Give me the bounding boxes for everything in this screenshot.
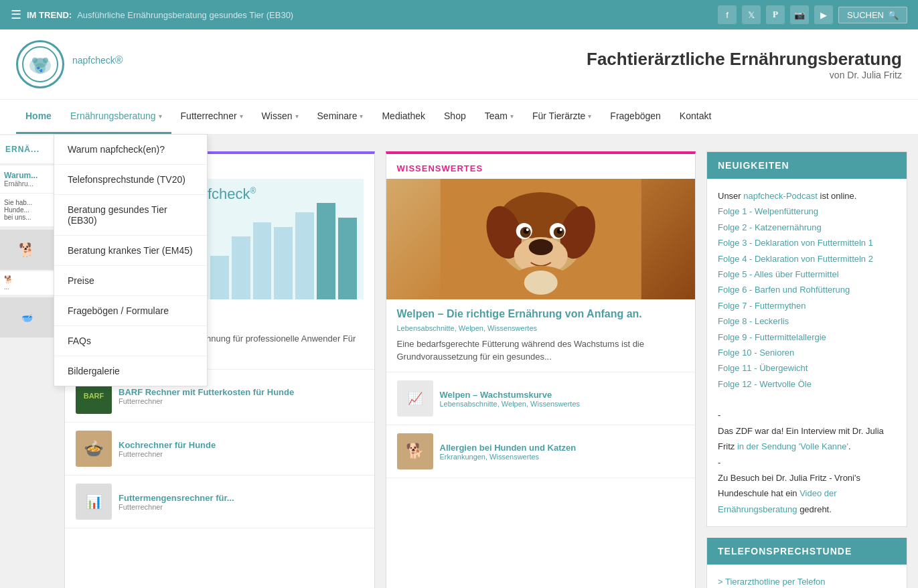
kochrechner-content: Kochrechner für Hunde Futterrechner xyxy=(119,439,216,458)
chart-bar-8 xyxy=(253,222,272,299)
header-right: Fachtierärztliche Ernährungsberatung von… xyxy=(587,49,902,80)
telefonsprechstunde-content: > Tierarzthotline per Telefon > Tierarzt… xyxy=(707,565,907,588)
logo-wordmark: napfcheck® xyxy=(72,52,123,76)
chart-bar-6 xyxy=(210,256,229,299)
left-card-subtext: Ernähru... xyxy=(4,180,50,188)
tierarzthotline-telefon-link[interactable]: > Tierarzthotline per Telefon xyxy=(718,577,826,587)
folge-2-link[interactable]: Folge 2 - Katzenernährung xyxy=(718,222,822,232)
hamburger-menu[interactable]: ☰ xyxy=(11,7,21,22)
dropdown-item-fragebögen[interactable]: Fragebögen / Formulare xyxy=(54,296,207,326)
nav-mediathek[interactable]: Mediathek xyxy=(372,100,435,134)
divider-1: - xyxy=(718,410,720,420)
site-subtitle: von Dr. Julia Fritz xyxy=(587,70,902,80)
folge-6-link[interactable]: Folge 6 - Barfen und Rohfütterung xyxy=(718,285,850,295)
left-card-link[interactable]: 🐕 xyxy=(4,275,50,284)
wachstumskurve-cats: Lebensabschnitte, Welpen, Wissenswertes xyxy=(440,400,581,408)
barf-rechner-cat: Futterrechner xyxy=(119,397,294,405)
futtermenge-cat: Futterrechner xyxy=(119,503,234,511)
folge-11-link[interactable]: Folge 11 - Übergewicht xyxy=(718,363,808,373)
wissenswertes-column: WISSENSWERTES xyxy=(386,151,696,588)
left-dog-thumbnail: 🐕 xyxy=(0,230,54,270)
dropdown-item-beratung-gesund[interactable]: Beratung gesundes Tier (EB30) xyxy=(54,195,207,236)
folge-9-link[interactable]: Folge 9 - Futtermittelallergie xyxy=(718,332,826,342)
facebook-icon[interactable]: f xyxy=(718,5,737,24)
allergien-link[interactable]: Allergien bei Hunden und Katzen xyxy=(440,443,577,453)
dropdown-item-beratung-krank[interactable]: Beratung krankes Tier (EM45) xyxy=(54,236,207,266)
dropdown-item-telefonsprechstunde[interactable]: Telefonsprechstunde (TV20) xyxy=(54,165,207,195)
nav-tieraerzte[interactable]: Für Tierärzte ▾ xyxy=(523,100,601,134)
ernahrung-label: ERNÄ... xyxy=(5,145,48,154)
futtermenge-content: Futtermengensrechner für... Futterrechne… xyxy=(119,492,234,511)
folge-8-link[interactable]: Folge 8 - Leckerlis xyxy=(718,316,789,326)
site-header: 🐾 napfcheck® Fachtierärztliche Ernährung… xyxy=(0,29,918,100)
svg-point-21 xyxy=(559,228,562,231)
folge-4-link[interactable]: Folge 4 - Deklaration von Futtermitteln … xyxy=(718,254,873,264)
vroni-suffix: gedreht. xyxy=(797,504,832,514)
futtermenge-link[interactable]: Futtermengensrechner für... xyxy=(119,493,234,503)
telefonsprechstunde-header: TELEFONSPRECHSTUNDE xyxy=(707,538,907,565)
welpen-link[interactable]: Welpen – Die richtige Ernährung von Anfa… xyxy=(397,308,642,319)
twitter-icon[interactable]: 𝕏 xyxy=(742,5,761,24)
neuigkeiten-header: NEUIGKEITEN xyxy=(707,152,907,179)
dropdown-item-bildergalerie[interactable]: Bildergalerie xyxy=(54,356,207,386)
folge-12-link[interactable]: Folge 12 - Wertvolle Öle xyxy=(718,379,812,389)
folge-5-link[interactable]: Folge 5 - Alles über Futtermittel xyxy=(718,269,839,279)
search-button[interactable]: SUCHEN 🔍 xyxy=(838,7,907,23)
chevron-down-icon: ▾ xyxy=(295,113,299,120)
telefonsprechstunde-box: TELEFONSPRECHSTUNDE > Tierarzthotline pe… xyxy=(706,538,907,588)
chart-bar-11 xyxy=(317,203,335,299)
futterrechner-sub-3: 📊 Futtermengensrechner für... Futterrech… xyxy=(65,475,374,528)
chart-bar-10 xyxy=(295,212,314,299)
svg-point-20 xyxy=(526,228,528,231)
svg-text:🐾: 🐾 xyxy=(36,66,43,72)
trend-text: Ausführliche Ernährungsberatung gesundes… xyxy=(77,10,293,20)
pinterest-icon[interactable]: 𝐏 xyxy=(766,5,785,24)
chart-bar-9 xyxy=(274,227,293,299)
nav-team[interactable]: Team ▾ xyxy=(475,100,523,134)
instagram-icon[interactable]: 📷 xyxy=(790,5,809,24)
page-wrapper: ☰ IM TREND: Ausführliche Ernährungsberat… xyxy=(0,0,918,588)
welpen-desc: Eine bedarfsgerechte Fütterung während d… xyxy=(397,338,685,364)
left-card-warum[interactable]: Warum... xyxy=(4,171,50,180)
wissenswertes-sub-1: 📈 Welpen – Wachstumskurve Lebensabschnit… xyxy=(386,372,696,425)
nav-home[interactable]: Home xyxy=(16,100,61,134)
dropdown-item-warum[interactable]: Warum napfcheck(en)? xyxy=(54,135,207,165)
nav-futterrechner[interactable]: Futterrechner ▾ xyxy=(171,100,252,134)
logo-text-area: napfcheck® xyxy=(72,52,123,77)
nav-wissen[interactable]: Wissen ▾ xyxy=(252,100,308,134)
barf-rechner-link[interactable]: BARF Rechner mit Futterkosten für Hunde xyxy=(119,387,294,397)
nav-kontakt[interactable]: Kontakt xyxy=(670,100,720,134)
trend-label: IM TREND: xyxy=(27,10,72,20)
youtube-icon[interactable]: ▶ xyxy=(814,5,833,24)
wachstumskurve-link[interactable]: Welpen – Wachstumskurve xyxy=(440,390,552,400)
dropdown-item-faqs[interactable]: FAQs xyxy=(54,326,207,356)
ernaehrung-dropdown: Warum napfcheck(en)? Telefonsprechstunde… xyxy=(54,134,208,386)
top-bar: ☰ IM TREND: Ausführliche Ernährungsberat… xyxy=(0,0,918,29)
logo-svg: 🐾 xyxy=(21,46,59,83)
chevron-down-icon: ▾ xyxy=(360,113,363,120)
kochrechner-link[interactable]: Kochrechner für Hunde xyxy=(119,440,216,450)
folge-7-link[interactable]: Folge 7 - Futtermythen xyxy=(718,301,806,311)
folge-1-link[interactable]: Folge 1 - Welpenfütterung xyxy=(718,206,818,216)
futtermenge-img: 📊 xyxy=(76,484,112,520)
main-nav: Home Ernährungsberatung ▾ Futterrechner … xyxy=(0,100,918,135)
vroni-text: Zu Besuch bei Dr. Julia Fritz - Vroni's … xyxy=(718,473,860,498)
nav-fragebögen[interactable]: Fragebögen xyxy=(601,100,670,134)
podcast-link[interactable]: napfcheck-Podcast xyxy=(743,191,818,201)
search-label: SUCHEN xyxy=(847,10,884,20)
folge-10-link[interactable]: Folge 10 - Senioren xyxy=(718,348,794,358)
chevron-down-icon: ▾ xyxy=(159,113,162,120)
logo-area: 🐾 napfcheck® xyxy=(16,40,123,88)
top-bar-right: f 𝕏 𝐏 📷 ▶ SUCHEN 🔍 xyxy=(718,5,907,24)
search-icon: 🔍 xyxy=(888,10,899,20)
dropdown-item-preise[interactable]: Preise xyxy=(54,266,207,296)
nav-shop[interactable]: Shop xyxy=(435,100,475,134)
folge-3-link[interactable]: Folge 3 - Deklaration von Futtermitteln … xyxy=(718,238,873,248)
zdf-link[interactable]: in der Sendung 'Volle Kanne' xyxy=(737,441,848,451)
nav-ernaehrungsberatung[interactable]: Ernährungsberatung ▾ xyxy=(61,100,171,134)
allergien-img: 🐕 xyxy=(397,433,433,469)
welpen-categories: Lebensabschnitte, Welpen, Wissenswertes xyxy=(397,324,685,332)
nav-seminare[interactable]: Seminare ▾ xyxy=(308,100,373,134)
neuigkeiten-column: NEUIGKEITEN Unser napfcheck-Podcast ist … xyxy=(706,151,907,588)
left-card-text: Sie hab... xyxy=(4,199,50,206)
